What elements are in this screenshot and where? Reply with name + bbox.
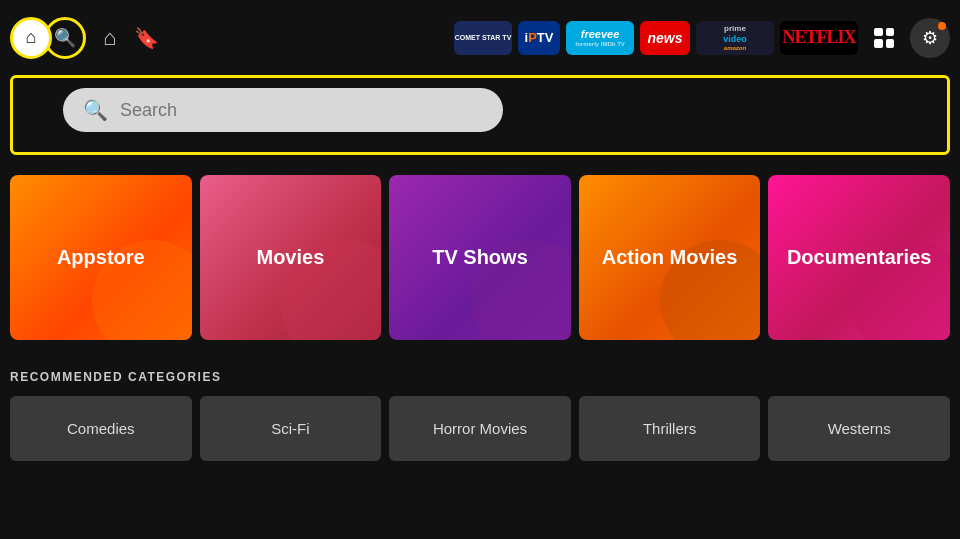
search-icon: 🔍 <box>54 27 76 49</box>
channel-comet[interactable]: COMET STAR TV <box>454 21 512 55</box>
gear-icon: ⚙ <box>922 27 938 49</box>
rec-tile-scifi-label: Sci-Fi <box>271 420 309 437</box>
tile-docs-label: Documentaries <box>787 246 932 269</box>
grid-button[interactable] <box>866 20 902 56</box>
rec-tile-horror-label: Horror Movies <box>433 420 527 437</box>
rec-tile-westerns[interactable]: Westerns <box>768 396 950 461</box>
tile-movies-label: Movies <box>256 246 324 269</box>
recommended-tiles: Comedies Sci-Fi Horror Movies Thrillers … <box>10 396 950 461</box>
channel-freevee[interactable]: freevee formerly IMDb TV <box>566 21 634 55</box>
rec-tile-westerns-label: Westerns <box>828 420 891 437</box>
search-input[interactable] <box>120 100 460 121</box>
tile-appstore[interactable]: Appstore <box>10 175 192 340</box>
channel-prime[interactable]: prime video amazon <box>696 21 774 55</box>
channel-logos: COMET STAR TV iPTV freevee formerly IMDb… <box>454 21 858 55</box>
tile-movies[interactable]: Movies <box>200 175 382 340</box>
category-tiles: Appstore Movies TV Shows Action Movies D… <box>0 175 960 340</box>
grid-icon <box>874 28 894 48</box>
tile-appstore-label: Appstore <box>57 246 145 269</box>
home-circle-icon[interactable]: ⌂ <box>10 17 52 59</box>
search-area: 🔍 <box>10 75 950 155</box>
home-nav-icon[interactable]: ⌂ <box>98 20 121 56</box>
search-bar[interactable]: 🔍 <box>63 88 503 132</box>
rec-tile-thrillers[interactable]: Thrillers <box>579 396 761 461</box>
rec-tile-thrillers-label: Thrillers <box>643 420 696 437</box>
recommended-title: RECOMMENDED CATEGORIES <box>10 370 950 384</box>
tile-tvshows[interactable]: TV Shows <box>389 175 571 340</box>
rec-tile-comedies[interactable]: Comedies <box>10 396 192 461</box>
tile-tvshows-label: TV Shows <box>432 246 528 269</box>
rec-tile-comedies-label: Comedies <box>67 420 135 437</box>
home-icon: ⌂ <box>26 27 37 48</box>
rec-tile-scifi[interactable]: Sci-Fi <box>200 396 382 461</box>
rec-tile-horror[interactable]: Horror Movies <box>389 396 571 461</box>
search-bar-icon: 🔍 <box>83 98 108 122</box>
channel-netflix[interactable]: NETFLIX <box>780 21 858 55</box>
tile-action-movies[interactable]: Action Movies <box>579 175 761 340</box>
tile-documentaries[interactable]: Documentaries <box>768 175 950 340</box>
nav-search-wrapper: ⌂ 🔍 <box>10 17 86 59</box>
recommended-section: RECOMMENDED CATEGORIES Comedies Sci-Fi H… <box>0 370 960 461</box>
channel-news[interactable]: news <box>640 21 690 55</box>
tile-action-label: Action Movies <box>602 246 738 269</box>
settings-button[interactable]: ⚙ <box>910 18 950 58</box>
bookmark-nav-icon[interactable]: 🔖 <box>129 21 164 55</box>
channel-iptv[interactable]: iPTV <box>518 21 560 55</box>
top-nav: ⌂ 🔍 ⌂ 🔖 COMET STAR TV iPTV freevee forme… <box>0 0 960 75</box>
